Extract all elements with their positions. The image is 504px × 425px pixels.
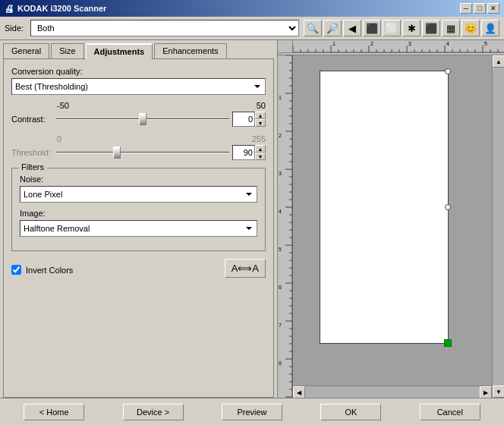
contrast-min-label: -50 bbox=[57, 101, 69, 110]
threshold-track[interactable] bbox=[56, 146, 229, 159]
contrast-value-box: ▲ ▼ bbox=[232, 112, 266, 127]
svg-text:5: 5 bbox=[484, 41, 487, 46]
scroll-right-button[interactable]: ▶ bbox=[480, 386, 492, 398]
cancel-button[interactable]: Cancel bbox=[420, 404, 480, 420]
threshold-max-label: 255 bbox=[252, 134, 266, 143]
handle-top-right[interactable] bbox=[445, 68, 451, 74]
window-title: KODAK i3200 Scanner bbox=[17, 4, 106, 13]
preview-main: 123456789 ◀ bbox=[278, 55, 504, 398]
bottom-bar: < Home Device > Preview OK Cancel bbox=[0, 398, 504, 425]
toolbar-btn-8[interactable]: 👤 bbox=[481, 20, 499, 36]
contrast-value-input[interactable] bbox=[232, 112, 255, 127]
scroll-v-track[interactable] bbox=[493, 68, 504, 386]
toolbar-btn-5[interactable]: ⬛ bbox=[422, 20, 440, 36]
device-button[interactable]: Device > bbox=[123, 404, 184, 420]
scrollbar-vertical: ▲ ▼ bbox=[492, 55, 504, 398]
ruler-h-svg: // tick marks rendered below 12345 bbox=[293, 40, 504, 53]
tab-size[interactable]: Size bbox=[51, 43, 83, 58]
tab-bar: General Size Adjustments Enhancements bbox=[0, 40, 277, 58]
conversion-quality-combo-wrapper: Best (Thresholding) Normal Draft bbox=[11, 78, 266, 95]
side-label: Side: bbox=[5, 24, 26, 33]
scroll-up-button[interactable]: ▲ bbox=[493, 55, 504, 68]
filters-group: Filters Noise: Lone Pixel None Majority … bbox=[11, 168, 266, 251]
contrast-thumb[interactable] bbox=[139, 113, 146, 125]
preview-canvas bbox=[293, 55, 492, 386]
contrast-down-button[interactable]: ▼ bbox=[255, 119, 266, 127]
conversion-quality-select-wrap: Best (Thresholding) Normal Draft bbox=[11, 78, 266, 95]
ok-button[interactable]: OK bbox=[320, 404, 381, 420]
threshold-range-labels: 0 255 bbox=[11, 134, 266, 143]
svg-text:3: 3 bbox=[279, 171, 282, 176]
svg-text:2: 2 bbox=[279, 133, 282, 138]
tab-content-adjustments: Conversion quality: Best (Thresholding) … bbox=[3, 58, 274, 398]
title-bar-left: 🖨 KODAK i3200 Scanner bbox=[5, 3, 106, 14]
svg-text:4: 4 bbox=[279, 209, 282, 214]
threshold-control-row: Threshold: ▲ ▼ bbox=[11, 145, 266, 160]
toolbar-btn-4[interactable]: ✱ bbox=[402, 20, 421, 36]
svg-text:6: 6 bbox=[279, 285, 282, 290]
toolbar-btn-2[interactable]: ⬛ bbox=[363, 20, 381, 36]
toolbar-btn-6[interactable]: ▦ bbox=[442, 20, 460, 36]
threshold-spinners: ▲ ▼ bbox=[255, 145, 266, 160]
minimize-button[interactable]: ─ bbox=[460, 3, 472, 14]
noise-label: Noise: bbox=[20, 175, 257, 184]
ruler-corner bbox=[278, 40, 293, 53]
noise-select-wrap: Lone Pixel None Majority Rule bbox=[20, 186, 257, 203]
handle-bottom-right[interactable] bbox=[444, 339, 452, 347]
toolbar-btn-1[interactable]: ◀ bbox=[343, 20, 361, 36]
threshold-up-button[interactable]: ▲ bbox=[255, 145, 266, 153]
threshold-line bbox=[56, 152, 229, 153]
home-button[interactable]: < Home bbox=[24, 404, 84, 420]
tab-enhancements[interactable]: Enhancements bbox=[154, 43, 226, 58]
content-area: General Size Adjustments Enhancements Co… bbox=[0, 40, 504, 398]
side-row: Side: Both Front Back 🔍 🔎 ◀ ⬛ ⬜ ✱ ⬛ ▦ 😊 … bbox=[0, 17, 504, 40]
threshold-thumb[interactable] bbox=[113, 146, 121, 159]
image-group: Image: Halftone Removal None bbox=[20, 209, 257, 237]
side-dropdown[interactable]: Both Front Back bbox=[30, 20, 299, 36]
threshold-value-input[interactable] bbox=[232, 145, 255, 160]
contrast-control-row: Contrast: ▲ ▼ bbox=[11, 112, 266, 127]
svg-text:1: 1 bbox=[279, 95, 282, 100]
image-dropdown[interactable]: Halftone Removal None bbox=[20, 220, 257, 237]
scroll-left-button[interactable]: ◀ bbox=[293, 386, 305, 398]
contrast-track[interactable] bbox=[56, 113, 229, 125]
conversion-quality-dropdown[interactable]: Best (Thresholding) Normal Draft bbox=[11, 78, 266, 95]
scroll-down-button[interactable]: ▼ bbox=[493, 386, 504, 398]
svg-text:5: 5 bbox=[279, 247, 282, 252]
tab-adjustments[interactable]: Adjustments bbox=[86, 43, 153, 59]
contrast-range-labels: -50 50 bbox=[11, 101, 266, 110]
scroll-h-track[interactable] bbox=[305, 386, 480, 398]
zoom-in-button[interactable]: 🔍 bbox=[304, 20, 322, 36]
threshold-label: Threshold: bbox=[11, 148, 53, 157]
conversion-quality-group: Conversion quality: Best (Thresholding) … bbox=[11, 67, 266, 95]
svg-text:7: 7 bbox=[279, 323, 282, 328]
threshold-down-button[interactable]: ▼ bbox=[255, 153, 266, 160]
threshold-slider-row: 0 255 Threshold: ▲ bbox=[11, 134, 266, 160]
main-container: Side: Both Front Back 🔍 🔎 ◀ ⬛ ⬜ ✱ ⬛ ▦ 😊 … bbox=[0, 17, 504, 425]
invert-colors-row: Invert Colors bbox=[11, 265, 73, 275]
threshold-value-box: ▲ ▼ bbox=[232, 145, 266, 160]
ruler-vertical: 123456789 bbox=[278, 55, 293, 398]
contrast-slider-row: -50 50 Contrast: ▲ bbox=[11, 101, 266, 127]
conversion-quality-label: Conversion quality: bbox=[11, 67, 266, 76]
ruler-v-svg: 123456789 bbox=[278, 55, 293, 398]
zoom-out-button[interactable]: 🔎 bbox=[323, 20, 342, 36]
invert-colors-checkbox[interactable] bbox=[11, 265, 21, 275]
toolbar-btn-3[interactable]: ⬜ bbox=[383, 20, 401, 36]
svg-text:1: 1 bbox=[332, 41, 335, 46]
maximize-button[interactable]: □ bbox=[474, 3, 486, 14]
handle-mid-right[interactable] bbox=[445, 204, 451, 210]
tab-general[interactable]: General bbox=[3, 43, 49, 58]
threshold-min-label: 0 bbox=[57, 134, 61, 143]
toolbar-right: 🔍 🔎 ◀ ⬛ ⬜ ✱ ⬛ ▦ 😊 👤 bbox=[304, 20, 499, 36]
toolbar-btn-7[interactable]: 😊 bbox=[461, 20, 480, 36]
svg-text:2: 2 bbox=[370, 41, 373, 46]
contrast-max-label: 50 bbox=[257, 101, 266, 110]
preview-button[interactable]: Preview bbox=[222, 404, 282, 420]
image-select-wrap: Halftone Removal None bbox=[20, 220, 257, 237]
contrast-label: Contrast: bbox=[11, 115, 53, 124]
close-button[interactable]: ✕ bbox=[487, 3, 499, 14]
noise-dropdown[interactable]: Lone Pixel None Majority Rule bbox=[20, 186, 257, 203]
contrast-up-button[interactable]: ▲ bbox=[255, 112, 266, 119]
swap-button[interactable]: A⟺A bbox=[225, 259, 266, 278]
